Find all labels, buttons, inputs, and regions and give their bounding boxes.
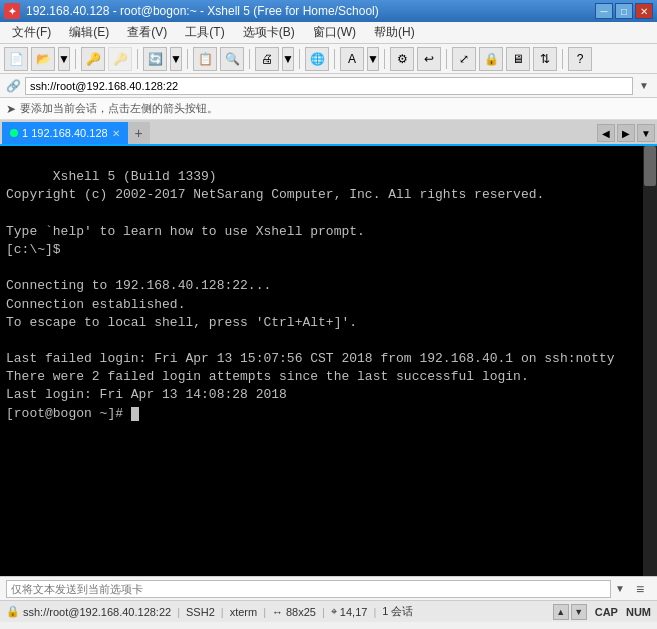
term-line-12: There were 2 failed login attempts since… [6, 369, 529, 384]
address-dropdown-arrow[interactable]: ▼ [637, 78, 651, 93]
toolbar-refresh[interactable]: 🔄 [143, 47, 167, 71]
maximize-button[interactable]: □ [615, 3, 633, 19]
toolbar-key2[interactable]: 🔑 [108, 47, 132, 71]
status-scroll-up[interactable]: ▲ [553, 604, 569, 620]
term-line-5: [c:\~]$ [6, 242, 61, 257]
terminal-content: Xshell 5 (Build 1339) Copyright (c) 2002… [6, 150, 637, 441]
tab-active-indicator [10, 129, 18, 137]
status-caps-lock: CAP [595, 606, 618, 618]
toolbar-key[interactable]: 🔑 [81, 47, 105, 71]
status-sessions-text: 1 会话 [382, 604, 413, 619]
menu-tools[interactable]: 工具(T) [177, 22, 232, 43]
terminal-wrapper: Xshell 5 (Build 1339) Copyright (c) 2002… [0, 146, 657, 576]
status-size-text: 88x25 [286, 606, 316, 618]
toolbar-dropdown2[interactable]: ▼ [170, 47, 182, 71]
info-bar: ➤ 要添加当前会话，点击左侧的箭头按钮。 [0, 98, 657, 120]
menu-file[interactable]: 文件(F) [4, 22, 59, 43]
toolbar-globe[interactable]: 🌐 [305, 47, 329, 71]
toolbar-sep-2 [137, 49, 138, 69]
menu-tabs[interactable]: 选项卡(B) [235, 22, 303, 43]
toolbar-resize[interactable]: ⤢ [452, 47, 476, 71]
status-scroll-down[interactable]: ▼ [571, 604, 587, 620]
status-protocol-text: SSH2 [186, 606, 215, 618]
address-bar: 🔗 ▼ [0, 74, 657, 98]
tab-nav-next[interactable]: ▶ [617, 124, 635, 142]
status-position: ⌖ 14,17 [331, 605, 368, 618]
status-sep-3: | [263, 606, 266, 618]
status-scroll-arrows: ▲ ▼ [553, 604, 587, 620]
window-title: 192.168.40.128 - root@bogon:~ - Xshell 5… [26, 4, 379, 18]
toolbar-sep-8 [446, 49, 447, 69]
toolbar-dropdown1[interactable]: ▼ [58, 47, 70, 71]
minimize-button[interactable]: ─ [595, 3, 613, 19]
tab-session-1[interactable]: 1 192.168.40.128 ✕ [2, 122, 128, 144]
bottom-input-dropdown[interactable]: ▼ [615, 583, 625, 594]
toolbar: 📄 📂 ▼ 🔑 🔑 🔄 ▼ 📋 🔍 🖨 ▼ 🌐 A ▼ ⚙ ↩ ⤢ 🔒 🖥 ⇅ … [0, 44, 657, 74]
menu-window[interactable]: 窗口(W) [305, 22, 364, 43]
tab-add-button[interactable]: + [128, 122, 150, 144]
status-position-text: 14,17 [340, 606, 368, 618]
menu-help[interactable]: 帮助(H) [366, 22, 423, 43]
info-arrow-icon: ➤ [6, 102, 16, 116]
terminal-scrollbar[interactable] [643, 146, 657, 576]
bottom-send-input[interactable] [6, 580, 611, 598]
toolbar-help[interactable]: ? [568, 47, 592, 71]
term-line-1: Xshell 5 (Build 1339) [53, 169, 217, 184]
toolbar-sep-1 [75, 49, 76, 69]
status-lock-icon: 🔒 [6, 605, 20, 618]
tab-nav-menu[interactable]: ▼ [637, 124, 655, 142]
term-line-13: Last login: Fri Apr 13 14:08:28 2018 [6, 387, 287, 402]
term-line-4: Type `help' to learn how to use Xshell p… [6, 224, 365, 239]
toolbar-dropdown3[interactable]: ▼ [282, 47, 294, 71]
bottom-menu-button[interactable]: ≡ [629, 578, 651, 600]
title-bar: ✦ 192.168.40.128 - root@bogon:~ - Xshell… [0, 0, 657, 22]
status-encoding: xterm [230, 606, 258, 618]
status-sessions: 1 会话 [382, 604, 413, 619]
status-address: 🔒 ssh://root@192.168.40.128:22 [6, 605, 171, 618]
toolbar-lock[interactable]: 🔒 [479, 47, 503, 71]
toolbar-sep-3 [187, 49, 188, 69]
status-right: ▲ ▼ CAP NUM [553, 604, 651, 620]
tab-nav-prev[interactable]: ◀ [597, 124, 615, 142]
scrollbar-track[interactable] [643, 146, 657, 576]
term-line-7: Connecting to 192.168.40.128:22... [6, 278, 271, 293]
toolbar-ftp[interactable]: ⇅ [533, 47, 557, 71]
toolbar-open[interactable]: 📂 [31, 47, 55, 71]
status-size: ↔ 88x25 [272, 606, 316, 618]
status-sep-5: | [373, 606, 376, 618]
menu-bar: 文件(F) 编辑(E) 查看(V) 工具(T) 选项卡(B) 窗口(W) 帮助(… [0, 22, 657, 44]
tab-bar: 1 192.168.40.128 ✕ + ◀ ▶ ▼ [0, 120, 657, 146]
terminal[interactable]: Xshell 5 (Build 1339) Copyright (c) 2002… [0, 146, 643, 576]
tab-nav: ◀ ▶ ▼ [597, 124, 655, 144]
status-address-text: ssh://root@192.168.40.128:22 [23, 606, 171, 618]
status-num-lock: NUM [626, 606, 651, 618]
term-line-2: Copyright (c) 2002-2017 NetSarang Comput… [6, 187, 544, 202]
toolbar-search[interactable]: 🔍 [220, 47, 244, 71]
address-input[interactable] [25, 77, 633, 95]
info-text: 要添加当前会话，点击左侧的箭头按钮。 [20, 101, 218, 116]
toolbar-sep-5 [299, 49, 300, 69]
close-button[interactable]: ✕ [635, 3, 653, 19]
scrollbar-thumb[interactable] [644, 146, 656, 186]
status-position-icon: ⌖ [331, 605, 337, 618]
toolbar-copy[interactable]: 📋 [193, 47, 217, 71]
term-line-11: Last failed login: Fri Apr 13 15:07:56 C… [6, 351, 615, 366]
status-encoding-text: xterm [230, 606, 258, 618]
toolbar-font[interactable]: A [340, 47, 364, 71]
toolbar-monitor[interactable]: 🖥 [506, 47, 530, 71]
toolbar-new[interactable]: 📄 [4, 47, 28, 71]
status-protocol: SSH2 [186, 606, 215, 618]
tab-close-button[interactable]: ✕ [112, 128, 120, 139]
toolbar-sep-9 [562, 49, 563, 69]
toolbar-dropdown4[interactable]: ▼ [367, 47, 379, 71]
status-bar: 🔒 ssh://root@192.168.40.128:22 | SSH2 | … [0, 600, 657, 622]
bottom-input-bar: ▼ ≡ [0, 576, 657, 600]
toolbar-sep-7 [384, 49, 385, 69]
address-icon: 🔗 [6, 79, 21, 93]
toolbar-icon1[interactable]: ⚙ [390, 47, 414, 71]
toolbar-icon2[interactable]: ↩ [417, 47, 441, 71]
menu-view[interactable]: 查看(V) [119, 22, 175, 43]
menu-edit[interactable]: 编辑(E) [61, 22, 117, 43]
app-icon: ✦ [4, 3, 20, 19]
toolbar-print[interactable]: 🖨 [255, 47, 279, 71]
